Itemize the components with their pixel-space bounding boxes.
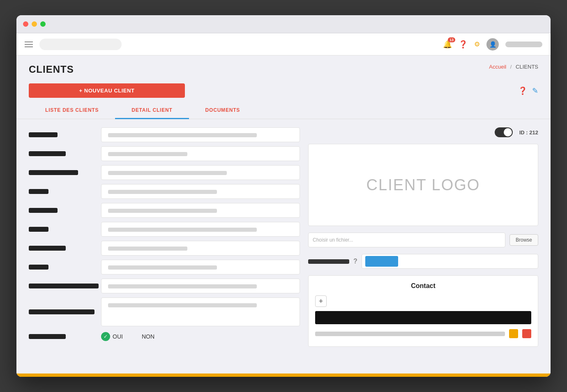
- form-input-6[interactable]: [101, 222, 300, 237]
- color-label: [308, 259, 349, 264]
- contact-data-row: [315, 327, 531, 340]
- form-input-2[interactable]: [101, 146, 300, 161]
- form-row-6: [29, 222, 300, 237]
- tab-liste[interactable]: LISTE DES CLIENTS: [29, 102, 115, 119]
- form-row-8: [29, 260, 300, 274]
- edit-icon[interactable]: ✎: [532, 86, 538, 95]
- field-label-8: [29, 265, 94, 270]
- form-row-2: [29, 146, 300, 161]
- form-row-10: [29, 297, 300, 326]
- form-row-7: [29, 241, 300, 256]
- file-upload-row: Choisir un fichier... Browse: [308, 233, 538, 247]
- field-label-5: [29, 208, 94, 213]
- input-filler: [108, 265, 217, 270]
- help-circle-icon[interactable]: ❓: [518, 86, 527, 95]
- action-row: + NOUVEAU CLIENT ❓ ✎: [16, 79, 551, 98]
- label-bar: [29, 189, 48, 194]
- form-input-3[interactable]: [101, 165, 300, 180]
- field-label-9: [29, 284, 94, 288]
- color-preview-box[interactable]: [362, 254, 538, 269]
- breadcrumb: Accueil / CLIENTS: [489, 64, 538, 70]
- field-label-10: [29, 309, 94, 314]
- nav-search-bar[interactable]: [39, 39, 122, 50]
- browse-button[interactable]: Browse: [509, 234, 538, 246]
- color-help-icon[interactable]: ?: [353, 258, 357, 265]
- gear-icon[interactable]: ⚙: [474, 40, 480, 48]
- form-input-1[interactable]: [101, 127, 300, 142]
- field-label-2: [29, 151, 94, 156]
- label-bar: [29, 246, 66, 251]
- file-placeholder: Choisir un fichier...: [313, 237, 353, 243]
- id-toggle-row: ID : 212: [308, 127, 538, 137]
- non-label[interactable]: NON: [142, 333, 154, 340]
- breadcrumb-current: CLIENTS: [516, 64, 538, 70]
- action-right-icons: ❓ ✎: [518, 86, 538, 95]
- label-bar: [29, 132, 58, 137]
- help-icon[interactable]: ❓: [459, 40, 468, 49]
- input-filler: [108, 228, 257, 232]
- new-client-button[interactable]: + NOUVEAU CLIENT: [29, 83, 185, 98]
- field-label-active: [29, 334, 94, 339]
- client-logo-text: CLIENT LOGO: [366, 176, 480, 194]
- input-filler: [108, 190, 217, 194]
- contact-section: Contact +: [308, 275, 538, 347]
- label-bar: [29, 265, 48, 270]
- color-row: ?: [308, 254, 538, 269]
- toggle-knob: [504, 128, 512, 136]
- form-input-5[interactable]: [101, 203, 300, 218]
- contact-edit-button[interactable]: [509, 329, 518, 338]
- breadcrumb-separator: /: [510, 64, 512, 70]
- form-input-7[interactable]: [101, 241, 300, 256]
- avatar: 👤: [486, 38, 499, 51]
- minimize-button[interactable]: [32, 21, 37, 27]
- form-row-4: [29, 184, 300, 199]
- maximize-button[interactable]: [40, 21, 46, 27]
- page-title: CLIENTS: [29, 64, 74, 75]
- form-row-5: [29, 203, 300, 218]
- hamburger-icon[interactable]: [25, 42, 33, 47]
- form-textarea-1[interactable]: [101, 297, 300, 326]
- oui-label[interactable]: OUI: [113, 333, 123, 340]
- form-row-3: [29, 165, 300, 180]
- notification-icon[interactable]: 🔔 13: [443, 40, 452, 49]
- check-circle-icon: ✓: [101, 332, 110, 341]
- form-input-8[interactable]: [101, 260, 300, 274]
- input-filler: [108, 303, 257, 307]
- form-row-1: [29, 127, 300, 142]
- field-label-4: [29, 189, 94, 194]
- oui-non-row: ✓ OUI NON: [29, 332, 300, 341]
- label-bar: [29, 151, 66, 156]
- breadcrumb-home[interactable]: Accueil: [489, 64, 506, 70]
- label-bar: [29, 309, 94, 314]
- tabs: LISTE DES CLIENTS DETAIL CLIENT DOCUMENT…: [16, 102, 551, 119]
- contact-title: Contact: [315, 282, 531, 290]
- oui-badge: ✓ OUI: [101, 332, 123, 341]
- tab-detail[interactable]: DETAIL CLIENT: [115, 102, 189, 119]
- file-input-box[interactable]: Choisir un fichier...: [308, 233, 505, 247]
- input-filler: [108, 247, 187, 251]
- app-window: 🔔 13 ❓ ⚙ 👤 CLIENTS Accueil / CLIENTS + N…: [16, 15, 551, 377]
- field-label-7: [29, 246, 94, 251]
- form-input-9[interactable]: [101, 279, 300, 293]
- label-bar: [29, 334, 66, 339]
- right-panel: ID : 212 CLIENT LOGO Choisir un fichier.…: [308, 127, 538, 365]
- color-swatch[interactable]: [365, 256, 398, 267]
- content-area: ✓ OUI NON ID : 212 CLIENT LOGO: [16, 119, 551, 374]
- navbar: 🔔 13 ❓ ⚙ 👤: [16, 33, 551, 55]
- tab-documents[interactable]: DOCUMENTS: [189, 102, 257, 119]
- input-filler: [108, 284, 257, 288]
- titlebar: [16, 15, 551, 33]
- label-bar: [29, 170, 78, 175]
- page-header: CLIENTS Accueil / CLIENTS: [16, 55, 551, 79]
- input-filler: [108, 133, 257, 137]
- logo-box: CLIENT LOGO: [308, 144, 538, 226]
- toggle-switch[interactable]: [495, 127, 513, 137]
- id-text: ID : 212: [519, 129, 538, 136]
- add-contact-button[interactable]: +: [315, 295, 327, 307]
- close-button[interactable]: [23, 21, 28, 27]
- contact-delete-button[interactable]: [522, 329, 531, 338]
- label-bar: [29, 227, 48, 232]
- form-input-4[interactable]: [101, 184, 300, 199]
- form-row-9: [29, 279, 300, 293]
- field-label-6: [29, 227, 94, 232]
